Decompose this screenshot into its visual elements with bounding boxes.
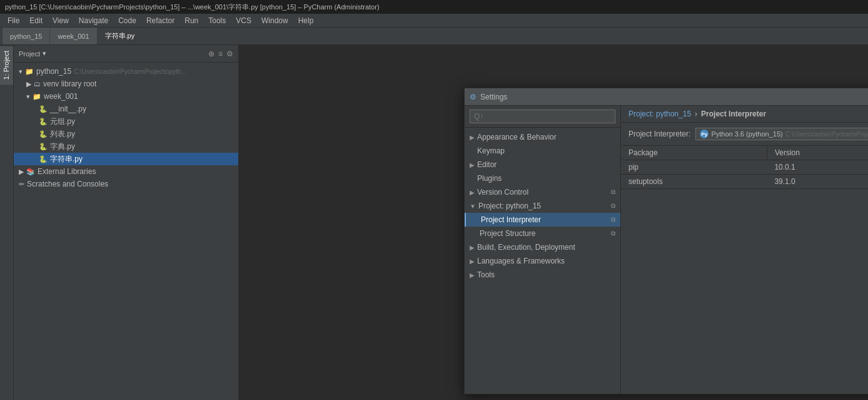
settings-item-structure-label: Project Structure xyxy=(480,229,535,238)
project-tree: ▾ 📁 python_15 C:\Users\caobin\PycharmPro… xyxy=(14,63,238,400)
tree-item-string-label: 字符串.py xyxy=(50,154,83,165)
panel-tools: ⊕ ≡ ⚙ xyxy=(208,49,233,58)
interpreter-select[interactable]: Py Python 3.6 (python_15) C:\Users\caobi… xyxy=(695,128,868,140)
arrow-icon-build: ▶ xyxy=(470,244,475,251)
breadcrumb-sep: › xyxy=(695,110,697,118)
settings-dialog: ⚙ Settings × ▶ Appearance & Beh xyxy=(464,88,868,394)
tab-bar: python_15 week_001 字符串.py xyxy=(0,28,868,45)
tree-item-dict-label: 字典.py xyxy=(50,141,75,152)
package-table: Package Version Latest version pip 10.0.… xyxy=(621,146,868,189)
col-version[interactable]: Version xyxy=(767,146,868,160)
settings-item-vcs[interactable]: ▶ Version Control ⧉ xyxy=(465,185,620,199)
settings-item-project[interactable]: ▼ Project: python_15 ⧉ xyxy=(465,199,620,213)
settings-item-editor-label: Editor xyxy=(477,160,497,169)
tree-item-week001-label: week_001 xyxy=(44,92,78,101)
package-name-setuptools: setuptools xyxy=(621,175,767,189)
settings-icon[interactable]: ⚙ xyxy=(226,49,233,58)
project-panel: Project ▾ ⊕ ≡ ⚙ ▾ 📁 python_15 C:\Users\c… xyxy=(14,45,239,400)
menu-tools[interactable]: Tools xyxy=(203,15,231,26)
settings-icon-dialog: ⚙ xyxy=(470,93,477,101)
tab-week001[interactable]: week_001 xyxy=(50,28,97,44)
locate-icon[interactable]: ⊕ xyxy=(208,49,214,58)
py-icon-init: 🐍 xyxy=(39,105,48,113)
tab-charstring-label: 字符串.py xyxy=(105,31,135,41)
side-tabs: 1: Project xyxy=(0,45,14,400)
interpreter-path: C:\Users\caobin\PycharmProjects\python_1… xyxy=(785,131,868,138)
settings-item-build[interactable]: ▶ Build, Execution, Deployment xyxy=(465,240,620,254)
tree-item-venv[interactable]: ▶ 🗂 venv library root xyxy=(14,78,238,90)
settings-search-input[interactable] xyxy=(470,110,615,123)
tree-item-dict[interactable]: 🐍 字典.py xyxy=(14,140,238,153)
settings-item-tools[interactable]: ▶ Tools xyxy=(465,268,620,282)
dialog-title-label: Settings xyxy=(480,93,507,101)
library-icon: 📚 xyxy=(26,168,35,176)
tab-charstring[interactable]: 字符串.py xyxy=(98,28,143,44)
tree-item-init[interactable]: 🐍 __init__.py xyxy=(14,103,238,115)
tree-item-string[interactable]: 🐍 字符串.py xyxy=(14,153,238,165)
tree-item-path: C:\Users\caobin\PycharmProjects\pyth... xyxy=(74,68,186,75)
tree-item-week001[interactable]: ▾ 📁 week_001 xyxy=(14,90,238,103)
settings-item-keymap[interactable]: Keymap xyxy=(465,144,620,158)
tab-python15[interactable]: python_15 xyxy=(3,28,50,44)
menu-window[interactable]: Window xyxy=(256,15,293,26)
settings-item-editor[interactable]: ▶ Editor xyxy=(465,158,620,172)
menu-code[interactable]: Code xyxy=(113,15,141,26)
menu-vcs[interactable]: VCS xyxy=(231,15,256,26)
tree-item-external[interactable]: ▶ 📚 External Libraries xyxy=(14,165,238,178)
arrow-icon-tools: ▶ xyxy=(470,272,475,279)
chevron-right-icon: ▶ xyxy=(26,80,31,88)
menu-view[interactable]: View xyxy=(48,15,74,26)
settings-item-project-label: Project: python_15 xyxy=(478,202,541,210)
menu-refactor[interactable]: Refactor xyxy=(141,15,179,26)
dropdown-icon[interactable]: ▾ xyxy=(43,49,46,58)
copy-icon-interpreter: ⧉ xyxy=(611,216,615,223)
package-name-pip: pip xyxy=(621,160,767,175)
settings-tree: ▶ Appearance & Behavior Keymap ▶ Editor xyxy=(465,128,620,394)
collapse-icon[interactable]: ≡ xyxy=(218,49,223,58)
tree-item-tuple[interactable]: 🐍 元组.py xyxy=(14,115,238,128)
settings-item-plugins[interactable]: Plugins xyxy=(465,172,620,185)
interpreter-value: Python 3.6 (python_15) xyxy=(711,130,782,138)
py-icon-list: 🐍 xyxy=(39,130,48,138)
menu-file[interactable]: File xyxy=(3,15,24,26)
dialog-title-bar: ⚙ Settings × xyxy=(465,88,868,106)
settings-item-appearance[interactable]: ▶ Appearance & Behavior xyxy=(465,130,620,144)
arrow-icon-project: ▼ xyxy=(470,203,476,210)
menu-run[interactable]: Run xyxy=(179,15,203,26)
interpreter-label: Project Interpreter: xyxy=(628,130,690,138)
side-tab-project[interactable]: 1: Project xyxy=(0,45,13,85)
py-icon-string: 🐍 xyxy=(39,155,48,163)
breadcrumb: Project: python_15 › Project Interpreter… xyxy=(621,106,868,123)
main-layout: 1: Project Project ▾ ⊕ ≡ ⚙ ▾ 📁 python_15… xyxy=(0,45,868,400)
interpreter-select-text: Py Python 3.6 (python_15) C:\Users\caobi… xyxy=(700,130,868,138)
settings-item-interpreter[interactable]: Project Interpreter ⧉ xyxy=(465,213,620,227)
scratches-icon: ✏ xyxy=(19,180,24,188)
col-package[interactable]: Package xyxy=(621,146,767,160)
arrow-icon-appearance: ▶ xyxy=(470,134,475,141)
menu-navigate[interactable]: Navigate xyxy=(74,15,113,26)
tree-item-init-label: __init__.py xyxy=(50,105,86,113)
py-icon-tuple: 🐍 xyxy=(39,118,48,126)
arrow-icon-vcs: ▶ xyxy=(470,189,475,196)
table-row-setuptools[interactable]: setuptools 39.1.0 ▲ 41.6.0 xyxy=(621,175,868,189)
menu-help[interactable]: Help xyxy=(293,15,319,26)
settings-item-vcs-label: Version Control xyxy=(477,188,528,197)
tree-item-python15[interactable]: ▾ 📁 python_15 C:\Users\caobin\PycharmPro… xyxy=(14,65,238,78)
settings-item-languages[interactable]: ▶ Languages & Frameworks xyxy=(465,254,620,268)
panel-title-label: Project xyxy=(19,50,40,58)
breadcrumb-project[interactable]: Project: python_15 xyxy=(628,110,691,118)
arrow-icon-editor: ▶ xyxy=(470,162,475,168)
panel-title: Project ▾ xyxy=(19,49,46,58)
settings-item-plugins-label: Plugins xyxy=(477,174,502,183)
tree-item-python15-label: python_15 xyxy=(36,67,71,76)
settings-item-structure[interactable]: Project Structure ⧉ xyxy=(465,227,620,240)
menu-edit[interactable]: Edit xyxy=(24,15,48,26)
breadcrumb-current: Project Interpreter xyxy=(701,110,766,118)
table-row-pip[interactable]: pip 10.0.1 ▲ 19.3.1 xyxy=(621,160,868,175)
chevron-down-icon2: ▾ xyxy=(26,93,30,101)
tree-item-scratches[interactable]: ✏ Scratches and Consoles xyxy=(14,178,238,190)
tree-item-list[interactable]: 🐍 列表.py xyxy=(14,128,238,140)
menu-bar: File Edit View Navigate Code Refactor Ru… xyxy=(0,14,868,28)
editor-area: ⚙ Settings × ▶ Appearance & Beh xyxy=(239,45,868,400)
package-version-pip: 10.0.1 xyxy=(767,160,868,175)
